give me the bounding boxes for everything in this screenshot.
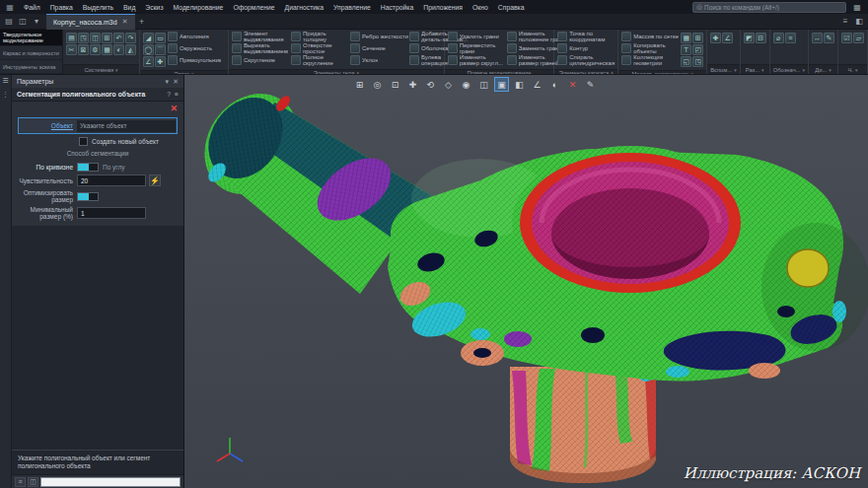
cancel-command-button[interactable]: ✕ xyxy=(170,104,178,113)
orbit-icon[interactable]: ⟲ xyxy=(423,77,438,92)
tab-wireframe-surfaces[interactable]: Каркас и поверхности xyxy=(0,46,62,60)
menu-item[interactable]: Окно xyxy=(468,4,493,11)
ribbon-tool[interactable]: Сечение xyxy=(349,42,408,54)
pin-icon[interactable]: ▾ xyxy=(166,78,170,86)
sketch-plane-icon[interactable]: ∠ xyxy=(530,77,544,92)
ribbon-tool-icon[interactable]: ◭ xyxy=(125,44,136,55)
hamburger-icon[interactable]: ▤ xyxy=(2,15,16,28)
menu-item[interactable]: Правка xyxy=(45,4,78,11)
panel-title-bar[interactable]: Параметры ▾ ✕ xyxy=(12,75,183,88)
new-tab-button[interactable]: + xyxy=(135,15,149,28)
close-tab-icon[interactable]: ✕ xyxy=(122,18,128,26)
tree-search-input[interactable] xyxy=(40,477,181,487)
ribbon-tool[interactable]: Прямоугольник xyxy=(167,54,226,66)
ribbon-tool-icon[interactable]: ◳ xyxy=(692,56,703,67)
ribbon-tool-icon[interactable]: ◩ xyxy=(744,33,755,43)
ribbon-tool-icon[interactable]: ◐ xyxy=(113,44,124,55)
menu-item[interactable]: Вид xyxy=(118,4,140,11)
ribbon-tool-icon[interactable]: ◳ xyxy=(78,33,89,43)
ribbon-tool[interactable]: Коллекция геометрии xyxy=(620,54,680,66)
tab-sketch-tools[interactable]: Инструменты эскиза xyxy=(0,60,62,74)
ribbon-tool-icon[interactable]: ◰ xyxy=(692,44,703,55)
tree-filter-icon[interactable]: ≡ xyxy=(15,477,26,487)
ribbon-tool-icon[interactable]: ▦ xyxy=(102,44,112,55)
ribbon-tool[interactable]: Автолиния xyxy=(167,31,226,42)
ribbon-tool-icon[interactable]: ▭ xyxy=(155,33,166,43)
section-view-icon[interactable]: ◧ xyxy=(512,77,527,92)
sensitivity-input[interactable]: 20 xyxy=(77,174,146,186)
ribbon-tool[interactable]: Массив по сетке xyxy=(620,31,680,42)
pan-icon[interactable]: ✚ xyxy=(405,77,420,92)
zoom-window-icon[interactable]: ◎ xyxy=(370,77,385,92)
ribbon-tool-icon[interactable]: ∠ xyxy=(143,56,154,67)
ribbon-tool[interactable]: Удалить грани xyxy=(447,31,506,42)
ribbon-tool-icon[interactable]: ⚙ xyxy=(90,44,101,55)
close-panel-icon[interactable]: ✕ xyxy=(173,78,179,86)
ribbon-tool-icon[interactable]: ⊟ xyxy=(756,33,766,43)
3d-viewport[interactable]: ⊞ ◎ ⊡ ✚ ⟲ ◇ ◉ ◫ ▣ ◧ ∠ ◐ ✕ ✎ Иллюстрация:… xyxy=(184,75,868,488)
ribbon-group-label[interactable]: Эскиз▾ xyxy=(140,70,228,74)
ribbon-tool[interactable]: Скругление xyxy=(231,54,290,66)
layout-icon[interactable]: ◧ xyxy=(852,15,866,28)
app-menu-icon[interactable]: ▦ xyxy=(4,2,16,12)
ribbon-tool[interactable]: Изменить размер скругл... xyxy=(447,54,506,66)
tab-solid-modeling[interactable]: Твердотельное моделирование xyxy=(0,30,62,46)
ribbon-tool-icon[interactable]: ▤ xyxy=(66,33,77,43)
edit-icon[interactable]: ✎ xyxy=(583,77,598,92)
ribbon-group-label[interactable]: Ч.▾ xyxy=(838,64,867,74)
ribbon-tool-icon[interactable]: T xyxy=(681,44,691,55)
object-value-field[interactable]: Укажите объект xyxy=(77,120,176,132)
ribbon-tool-icon[interactable]: ◢ xyxy=(143,33,154,43)
ribbon-tool-icon[interactable]: ↶ xyxy=(113,33,124,43)
ribbon-tool-icon[interactable]: ✂ xyxy=(66,44,77,55)
ribbon-group-label[interactable]: Элементы каркаса▾ xyxy=(554,69,617,74)
ribbon-group-label[interactable]: Прямое моделирование xyxy=(445,69,554,74)
command-search-input[interactable] xyxy=(704,4,842,11)
ribbon-tool-icon[interactable]: ∠ xyxy=(722,33,733,43)
display-wireframe-icon[interactable]: ◫ xyxy=(476,77,491,92)
cancel-icon[interactable]: ✕ xyxy=(565,77,580,92)
ribbon-group-label[interactable]: Массив, копирование▾ xyxy=(618,70,706,74)
ribbon-tool-icon[interactable]: ☑ xyxy=(841,33,852,43)
menu-item[interactable]: Управление xyxy=(328,4,376,11)
ribbon-group-label[interactable]: Системная▾ xyxy=(63,64,139,74)
hide-ghost-icon[interactable]: ◐ xyxy=(547,77,562,92)
menu-item[interactable]: Приложения xyxy=(418,4,468,11)
mode-angle-label[interactable]: По углу xyxy=(103,164,125,171)
object-label[interactable]: Объект xyxy=(20,122,77,129)
list-icon[interactable]: ≡ xyxy=(838,15,852,28)
ribbon-tool[interactable]: Точка по координатам xyxy=(556,31,615,42)
perspective-icon[interactable]: ▣ xyxy=(494,77,509,92)
lightning-icon[interactable]: ⚡ xyxy=(149,174,161,186)
selection-filter-icon[interactable]: ⊞ xyxy=(352,77,367,92)
menu-item[interactable]: Файл xyxy=(19,4,45,11)
ribbon-tool-icon[interactable]: ▱ xyxy=(853,33,864,43)
ribbon-tool-icon[interactable]: ≡ xyxy=(785,33,796,43)
panel-menu-icon[interactable]: ☰ xyxy=(2,77,8,85)
ribbon-tool-icon[interactable]: ↔ xyxy=(812,33,823,43)
document-tab[interactable]: Корпус_насоса.m3d ✕ xyxy=(46,14,135,30)
options-icon[interactable]: ≡ xyxy=(175,91,179,98)
ribbon-tool-icon[interactable]: ◯ xyxy=(143,44,154,55)
ribbon-tool[interactable]: Ребро жесткости xyxy=(349,31,408,42)
ribbon-tool-icon[interactable]: ✚ xyxy=(155,56,166,67)
ribbon-tool[interactable]: Полное скругление xyxy=(290,54,349,66)
mode-curvature-label[interactable]: По кривизне xyxy=(18,164,77,171)
menu-item[interactable]: Справка xyxy=(493,4,530,11)
ribbon-tool[interactable]: Уклон xyxy=(349,54,408,66)
orientation-icon[interactable]: ◇ xyxy=(441,77,456,92)
help-icon[interactable]: ? xyxy=(167,91,171,98)
ribbon-group-label[interactable]: Вспом...▾ xyxy=(707,64,739,74)
chevron-down-icon[interactable]: ▾ xyxy=(30,15,43,28)
ribbon-tool-icon[interactable]: ⌒ xyxy=(155,44,166,55)
ribbon-group-label[interactable]: Раз...▾ xyxy=(741,64,769,74)
ribbon-tool-icon[interactable]: ✚ xyxy=(710,33,721,43)
menu-item[interactable]: Моделирование xyxy=(169,4,229,11)
menu-item[interactable]: Оформление xyxy=(228,4,279,11)
ribbon-tool-icon[interactable]: ⌀ xyxy=(773,33,784,43)
ribbon-tool-icon[interactable]: ⊞ xyxy=(692,33,703,43)
menu-item[interactable]: Настройка xyxy=(376,4,418,11)
ribbon-tool[interactable]: Спираль цилиндрическая xyxy=(556,54,615,66)
ribbon-group-label[interactable]: Обознач...▾ xyxy=(770,64,808,74)
apps-grid-icon[interactable]: ▦ xyxy=(850,2,864,13)
